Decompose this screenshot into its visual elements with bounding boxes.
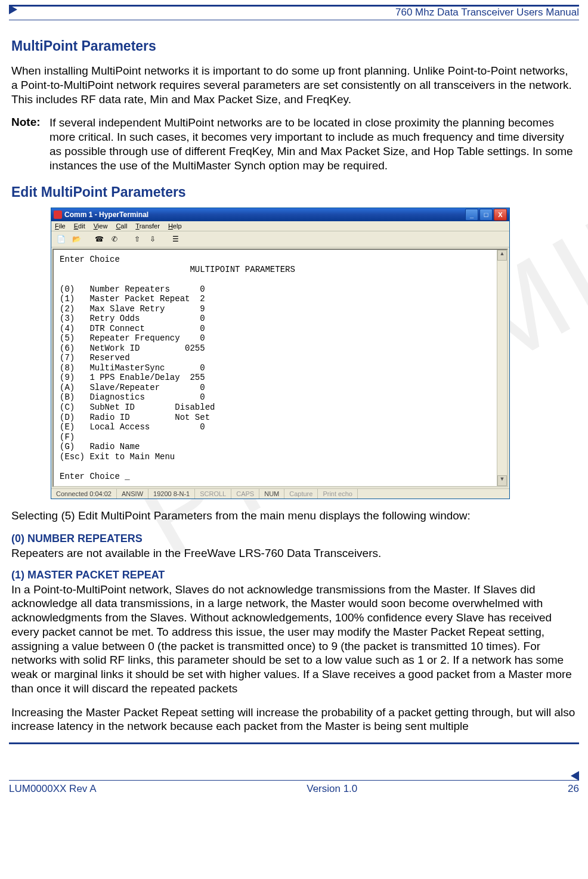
- statusbar: Connected 0:04:02 ANSIW 19200 8-N-1 SCRO…: [51, 488, 509, 499]
- note-label: Note:: [11, 116, 49, 172]
- param-body-1: In a Point-to-MultiPoint network, Slaves…: [11, 583, 577, 696]
- menu-transfer[interactable]: Transfer: [135, 222, 160, 230]
- status-printecho: Print echo: [318, 489, 358, 499]
- intro-paragraph: When installing MultiPoint networks it i…: [11, 64, 577, 106]
- menu-view[interactable]: View: [94, 222, 108, 230]
- status-scroll: SCROLL: [195, 489, 231, 499]
- status-caps: CAPS: [231, 489, 259, 499]
- menu-call[interactable]: Call: [116, 222, 127, 230]
- status-capture: Capture: [284, 489, 318, 499]
- menu-edit[interactable]: Edit: [74, 222, 85, 230]
- menubar: File Edit View Call Transfer Help: [51, 221, 509, 231]
- close-button[interactable]: X: [494, 209, 507, 221]
- new-doc-icon[interactable]: 📄: [55, 233, 67, 245]
- hyperterminal-window: Comm 1 - HyperTerminal _ □ X File Edit V…: [51, 208, 510, 499]
- window-title: Comm 1 - HyperTerminal: [64, 211, 148, 219]
- terminal-output[interactable]: Enter Choice MULTIPOINT PARAMETERS (0) N…: [54, 250, 497, 486]
- param-heading-1: (1) MASTER PACKET REPEAT: [11, 569, 577, 581]
- maximize-button[interactable]: □: [479, 209, 493, 221]
- menu-file[interactable]: File: [55, 222, 66, 230]
- props-icon[interactable]: ☰: [169, 233, 181, 245]
- hangup-icon[interactable]: ✆: [109, 233, 120, 245]
- note-body: If several independent MultiPoint networ…: [49, 116, 577, 172]
- send-icon[interactable]: ⇧: [131, 233, 143, 245]
- page-header: 760 Mhz Data Transceiver Users Manual: [9, 5, 579, 20]
- status-connected: Connected 0:04:02: [51, 489, 117, 499]
- header-title: 760 Mhz Data Transceiver Users Manual: [395, 7, 579, 18]
- scroll-up-icon[interactable]: ▲: [497, 250, 507, 261]
- param-heading-0: (0) NUMBER REPEATERS: [11, 533, 577, 545]
- status-line: 19200 8-N-1: [148, 489, 195, 499]
- scrollbar[interactable]: ▲ ▼: [497, 250, 507, 486]
- open-icon[interactable]: 📂: [70, 233, 82, 245]
- toolbar: 📄 📂 ☎ ✆ ⇧ ⇩ ☰: [51, 231, 509, 247]
- header-arrow-icon: [9, 5, 17, 14]
- receive-icon[interactable]: ⇩: [147, 233, 159, 245]
- scroll-down-icon[interactable]: ▼: [497, 475, 507, 486]
- footer-center: Version 1.0: [307, 783, 357, 795]
- status-num: NUM: [259, 489, 284, 499]
- selecting-paragraph: Selecting (5) Edit MultiPoint Parameters…: [11, 509, 577, 523]
- titlebar: Comm 1 - HyperTerminal _ □ X: [51, 208, 509, 221]
- param-body-0: Repeaters are not available in the FreeW…: [11, 546, 577, 561]
- section-heading-edit: Edit MultiPoint Parameters: [11, 184, 577, 200]
- call-icon[interactable]: ☎: [93, 233, 105, 245]
- menu-help[interactable]: Help: [168, 222, 182, 230]
- minimize-button[interactable]: _: [465, 209, 478, 221]
- footer-right: 26: [568, 783, 579, 795]
- page-footer: LUM0000XX Rev A Version 1.0 26: [9, 780, 579, 795]
- param-body-1b: Increasing the Master Packet Repeat sett…: [11, 705, 577, 734]
- status-emulation: ANSIW: [117, 489, 148, 499]
- footer-arrow-icon: [571, 771, 579, 781]
- section-heading-multipoint: MultiPoint Parameters: [11, 38, 577, 54]
- footer-left: LUM0000XX Rev A: [9, 783, 96, 795]
- app-icon: [54, 211, 62, 219]
